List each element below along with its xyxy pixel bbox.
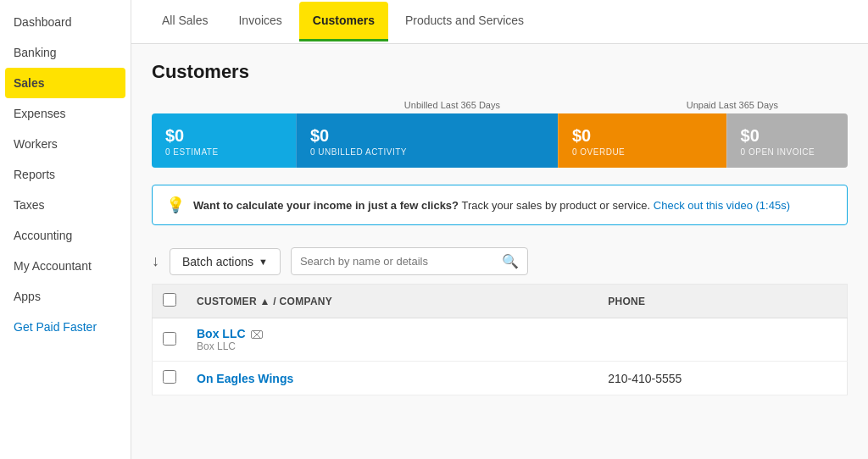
row-checkbox-cell (153, 318, 187, 362)
toolbar: ↓ Batch actions ▼ 🔍 (152, 239, 848, 284)
unbilled-card[interactable]: $0 0 UNBILLED ACTIVITY (296, 113, 558, 168)
tab-customers[interactable]: Customers (299, 2, 388, 41)
sort-icon[interactable]: ↓ (152, 252, 159, 270)
sidebar-item-get-paid-faster[interactable]: Get Paid Faster (0, 312, 131, 342)
open-invoice-card[interactable]: $0 0 OPEN INVOICE (726, 113, 848, 168)
batch-actions-label: Batch actions (182, 255, 253, 268)
unpaid-label: Unpaid Last 365 Days (617, 100, 848, 110)
email-icon (251, 330, 263, 339)
select-all-col (153, 285, 187, 318)
search-icon: 🔍 (502, 253, 519, 269)
sidebar-item-dashboard[interactable]: Dashboard (0, 7, 131, 37)
select-all-checkbox[interactable] (163, 293, 176, 307)
customer-name-link[interactable]: Box LLC (197, 327, 246, 340)
overdue-amount: $0 (572, 125, 713, 146)
row-checkbox[interactable] (163, 370, 176, 384)
tab-all-sales[interactable]: All Sales (148, 2, 221, 41)
sidebar-item-taxes[interactable]: Taxes (0, 190, 131, 220)
customer-name-link[interactable]: On Eagles Wings (197, 372, 293, 385)
info-banner: 💡 Want to calculate your income in just … (152, 185, 848, 225)
unbilled-amount: $0 (310, 125, 544, 146)
search-input[interactable] (300, 255, 495, 268)
phone-col-header: PHONE (598, 285, 847, 318)
customer-phone-cell: 210-410-5555 (598, 362, 847, 395)
company-col-label: COMPANY (280, 296, 333, 307)
sidebar-item-apps[interactable]: Apps (0, 281, 131, 312)
open-invoice-amount: $0 (741, 125, 834, 146)
chevron-down-icon: ▼ (259, 257, 268, 267)
row-checkbox-cell (153, 362, 187, 395)
separator: / (273, 296, 279, 307)
unbilled-label: Unbilled Last 365 Days (287, 100, 617, 110)
customer-col-header[interactable]: CUSTOMER ▲ / COMPANY (186, 285, 598, 318)
banner-subtext: Track your sales by product or service. (461, 199, 650, 212)
tab-invoices[interactable]: Invoices (225, 2, 295, 41)
open-invoice-label: 0 OPEN INVOICE (741, 147, 834, 157)
page-title: Customers (152, 61, 848, 83)
overdue-label: 0 OVERDUE (572, 147, 713, 157)
table-row: Box LLCBox LLC (153, 318, 848, 362)
row-checkbox[interactable] (163, 332, 176, 346)
table-row: On Eagles Wings210-410-5555 (153, 362, 848, 395)
main-content: All SalesInvoicesCustomersProducts and S… (131, 0, 868, 459)
search-box: 🔍 (291, 247, 528, 275)
customer-name-cell: Box LLCBox LLC (186, 318, 598, 362)
unbilled-label-card: 0 UNBILLED ACTIVITY (310, 147, 544, 157)
content-area: Customers Unbilled Last 365 Days Unpaid … (131, 44, 868, 459)
tabs-bar: All SalesInvoicesCustomersProducts and S… (131, 0, 868, 44)
batch-actions-button[interactable]: Batch actions ▼ (170, 248, 281, 275)
customer-company: Box LLC (197, 340, 587, 352)
banner-bold-text: Want to calculate your income in just a … (193, 199, 459, 212)
sidebar-item-sales[interactable]: Sales (5, 68, 125, 98)
lightbulb-icon: 💡 (166, 196, 185, 214)
sidebar-item-workers[interactable]: Workers (0, 129, 131, 159)
sidebar-item-accounting[interactable]: Accounting (0, 220, 131, 251)
estimate-amount: $0 (165, 125, 282, 146)
customer-table-body: Box LLCBox LLCOn Eagles Wings210-410-555… (153, 318, 848, 395)
sidebar-item-banking[interactable]: Banking (0, 37, 131, 68)
overdue-card[interactable]: $0 0 OVERDUE (558, 113, 726, 168)
stats-section: Unbilled Last 365 Days Unpaid Last 365 D… (152, 100, 848, 168)
sidebar-item-my-accountant[interactable]: My Accountant (0, 251, 131, 281)
banner-text: Want to calculate your income in just a … (193, 199, 790, 212)
customer-table: CUSTOMER ▲ / COMPANY PHONE Box LLCBox LL… (152, 284, 848, 395)
sidebar-item-reports[interactable]: Reports (0, 159, 131, 190)
customer-name-cell: On Eagles Wings (186, 362, 598, 395)
estimate-label: 0 ESTIMATE (165, 147, 282, 157)
customer-col-label: CUSTOMER ▲ (197, 296, 270, 307)
banner-link[interactable]: Check out this video (1:45s) (654, 199, 790, 212)
estimate-card[interactable]: $0 0 ESTIMATE (152, 113, 296, 168)
customer-phone-cell (598, 318, 847, 362)
sidebar-item-expenses[interactable]: Expenses (0, 98, 131, 129)
sidebar: DashboardBankingSalesExpensesWorkersRepo… (0, 0, 131, 459)
stats-cards-row: $0 0 ESTIMATE $0 0 UNBILLED ACTIVITY $0 … (152, 113, 848, 168)
table-header-row: CUSTOMER ▲ / COMPANY PHONE (153, 285, 848, 318)
tab-products-services[interactable]: Products and Services (392, 2, 537, 41)
